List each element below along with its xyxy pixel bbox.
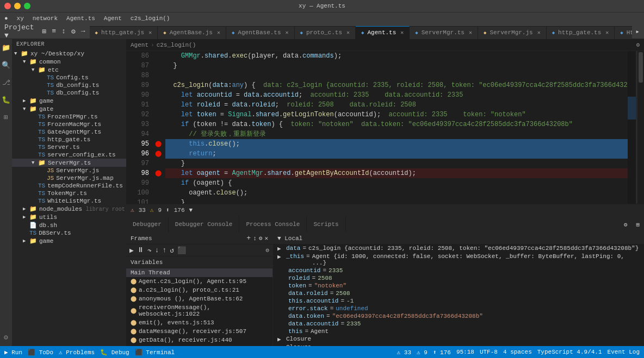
tree-httpgate-ts[interactable]: TS http_gate.ts bbox=[12, 136, 126, 143]
event-log-button[interactable]: Event Log bbox=[608, 349, 640, 355]
tree-gateagent[interactable]: TS GateAgentMgr.ts bbox=[12, 128, 126, 136]
menu-xy[interactable]: xy bbox=[17, 15, 24, 22]
tab-agent-ts[interactable]: ◆ Agent.ts✕ bbox=[356, 26, 410, 39]
tab-agentbase-ts[interactable]: ◆ AgentBase.ts✕ bbox=[226, 26, 295, 39]
frames-close-icon[interactable]: ✕ bbox=[264, 235, 268, 242]
todo-button[interactable]: ⬛ ToDo bbox=[28, 349, 53, 356]
bottom-toolbar-maximize[interactable]: ⊞ bbox=[631, 221, 644, 228]
activity-debug-icon[interactable]: 🐛 bbox=[0, 93, 13, 106]
menu-agent-ts[interactable]: Agent.ts bbox=[66, 15, 95, 22]
var-data[interactable]: ▶ data = c2s_login {accountid: 2335, rol… bbox=[273, 244, 644, 253]
tree-servermgr[interactable]: ▼ 📁 ServerMgr.ts bbox=[12, 159, 126, 167]
frames-filter-icon[interactable]: ⊝ bbox=[265, 247, 269, 254]
tab-http-ts[interactable]: ◆ Http.ts✕ bbox=[615, 26, 632, 39]
bottom-toolbar-settings[interactable]: ⚙ bbox=[620, 221, 632, 228]
minimize-button[interactable] bbox=[14, 3, 21, 9]
close-button[interactable] bbox=[4, 3, 11, 9]
tree-game[interactable]: ▶ 📁 game bbox=[12, 97, 126, 105]
activity-git-icon[interactable]: ⎇ bbox=[0, 76, 13, 89]
var-this-ref[interactable]: this = Agent bbox=[273, 328, 644, 335]
run-button[interactable]: ▶ Run bbox=[4, 349, 22, 356]
var-data-roleid[interactable]: data.roleid = 2508 bbox=[273, 290, 644, 297]
frame-pause-icon[interactable]: ⏸ bbox=[137, 246, 144, 254]
activity-search-icon[interactable]: 🔍 bbox=[0, 59, 13, 72]
tree-etc[interactable]: ▼ 📁 etc bbox=[12, 66, 126, 74]
var-data-accountid[interactable]: data.accountid = 2335 bbox=[273, 320, 644, 328]
var-error-stack[interactable]: error.stack = undefined bbox=[273, 305, 644, 312]
maximize-button[interactable] bbox=[24, 3, 30, 9]
tree-servermgr-map[interactable]: JS ServerMgr.js.map bbox=[12, 174, 126, 182]
frames-sort-icon[interactable]: ↕ bbox=[253, 235, 257, 242]
frame-resume-icon[interactable]: ▶ bbox=[129, 246, 134, 255]
gutter-95[interactable]: ⬤ bbox=[153, 139, 163, 149]
tree-frozenmac[interactable]: TS FrozenMacMgr.ts bbox=[12, 121, 126, 128]
gutter-96[interactable]: ⬤ bbox=[153, 149, 163, 159]
var-closure-1-toggle[interactable]: ▶ bbox=[277, 336, 284, 343]
frame-restart-icon[interactable]: ↺ bbox=[170, 246, 174, 255]
frame-4[interactable]: ⬤ emit(), events.js:513 bbox=[126, 318, 273, 327]
frames-add-icon[interactable]: + bbox=[246, 234, 251, 242]
tree-game2[interactable]: ▶ 📁 game bbox=[12, 237, 126, 245]
breadcrumb-settings-icon[interactable]: ⚙ bbox=[636, 41, 640, 48]
tab-process-console[interactable]: Process Console bbox=[239, 216, 307, 233]
var-data-token[interactable]: data.token = "ec06ed49397cca4c28f2585ddc… bbox=[273, 312, 644, 320]
problems-button[interactable]: ⚠ Problems bbox=[59, 349, 95, 356]
editor-scrollbar[interactable] bbox=[637, 51, 644, 204]
editor-scroll-icon[interactable]: ▼ bbox=[189, 207, 193, 213]
menu-dot[interactable]: ● bbox=[4, 15, 8, 22]
var-this[interactable]: ▶ _this = Agent {id: 1000, connected: fa… bbox=[273, 253, 644, 267]
frame-stop-icon[interactable]: ⬛ bbox=[177, 246, 186, 255]
tree-whitelist[interactable]: TS WhiteListMgr.ts bbox=[12, 197, 126, 205]
code-text-area[interactable]: GMMgr.shared.exec(player, data.commands)… bbox=[163, 51, 628, 204]
tree-db-config-ts[interactable]: TS db_config.ts bbox=[12, 81, 126, 89]
tab-scripts[interactable]: Scripts bbox=[307, 216, 345, 233]
frame-5[interactable]: ⬤ dataMessage(), receiver.js:507 bbox=[126, 327, 273, 336]
frame-0[interactable]: ⬤ Agent.c2s_login(), Agent.ts:95 bbox=[126, 277, 273, 286]
var-roleid[interactable]: roleid = 2508 bbox=[273, 274, 644, 282]
tab-overflow-icon[interactable]: ▸ bbox=[633, 26, 642, 37]
var-data-toggle[interactable]: ▶ bbox=[277, 245, 284, 252]
activity-settings-icon[interactable]: ⚙ bbox=[2, 331, 10, 344]
frame-3[interactable]: ⬤ receiverOnMessage(), websocket.js:1022 bbox=[126, 303, 273, 318]
toolbar-icon-3[interactable]: ↕ bbox=[59, 26, 68, 36]
frame-stepover-icon[interactable]: ↷ bbox=[147, 246, 152, 255]
tab-http-gate-ts[interactable]: ◆ http_gate.ts✕ bbox=[547, 26, 615, 39]
var-closure-1[interactable]: ▶ Closure bbox=[273, 335, 644, 343]
frame-stepin-icon[interactable]: ↓ bbox=[155, 246, 159, 254]
tree-db-config2-ts[interactable]: TS db_config.ts bbox=[12, 89, 126, 97]
tree-tempcode[interactable]: TS tempCodeRunnerFile.ts bbox=[12, 182, 126, 190]
toolbar-icon-2[interactable]: ≡ bbox=[49, 26, 58, 36]
tab-servermgr-js[interactable]: ◆ ServerMgr.js✕ bbox=[478, 26, 547, 39]
tab-http-gate-js[interactable]: ◆ http_gate.js✕ bbox=[90, 26, 158, 39]
tree-config-ts[interactable]: TS Config.ts bbox=[12, 74, 126, 81]
tab-debugger-console[interactable]: Debugger Console bbox=[169, 216, 240, 233]
toolbar-icon-4[interactable]: ⚙ bbox=[69, 26, 78, 37]
tab-debugger[interactable]: Debugger bbox=[126, 216, 169, 233]
var-this-toggle[interactable]: ▶ bbox=[277, 253, 284, 260]
toolbar-icon-1[interactable]: ⊞ bbox=[40, 26, 48, 37]
tree-tokenmgr[interactable]: TS TokenMgr.ts bbox=[12, 190, 126, 197]
menu-network[interactable]: network bbox=[33, 15, 58, 22]
activity-extensions-icon[interactable]: ⊞ bbox=[2, 111, 10, 124]
tree-server-config[interactable]: TS server_config_ex.ts bbox=[12, 151, 126, 159]
tree-common[interactable]: ▼ 📁 common bbox=[12, 58, 126, 66]
frame-1[interactable]: ⬤ a.c2s_login(), proto_c.ts:21 bbox=[126, 286, 273, 294]
frame-6[interactable]: ⬤ getData(), receiver.js:440 bbox=[126, 336, 273, 344]
frame-main-thread[interactable]: Main Thread bbox=[126, 268, 273, 277]
tree-root[interactable]: ▼ 📁 xy ~/Desktop/xy bbox=[12, 49, 126, 58]
gutter-98[interactable]: ⬤ bbox=[153, 168, 163, 178]
activity-explorer-icon[interactable]: 📁 bbox=[0, 41, 13, 54]
menu-agent[interactable]: Agent bbox=[104, 15, 122, 22]
tree-gate[interactable]: ▼ 📁 gate bbox=[12, 105, 126, 113]
tree-frozenip[interactable]: TS FrozenIPMgr.ts bbox=[12, 113, 126, 121]
window-controls[interactable] bbox=[4, 3, 30, 9]
var-token[interactable]: token = "notoken" bbox=[273, 282, 644, 290]
tab-servermgr-ts[interactable]: ◆ ServerMgr.ts✕ bbox=[410, 26, 478, 39]
vars-list[interactable]: ▶ data = c2s_login {accountid: 2335, rol… bbox=[273, 244, 644, 346]
terminal-button[interactable]: ⬛ Terminal bbox=[135, 349, 175, 356]
tree-db-sh[interactable]: 📄 db.sh bbox=[12, 221, 126, 229]
frame-stepout-icon[interactable]: ↑ bbox=[162, 246, 166, 254]
encoding-status[interactable]: UTF-8 bbox=[480, 349, 498, 355]
scroll-up-icon[interactable]: ⬆ bbox=[166, 206, 170, 213]
tab-agentbase-js[interactable]: ◆ AgentBase.js✕ bbox=[158, 26, 226, 39]
